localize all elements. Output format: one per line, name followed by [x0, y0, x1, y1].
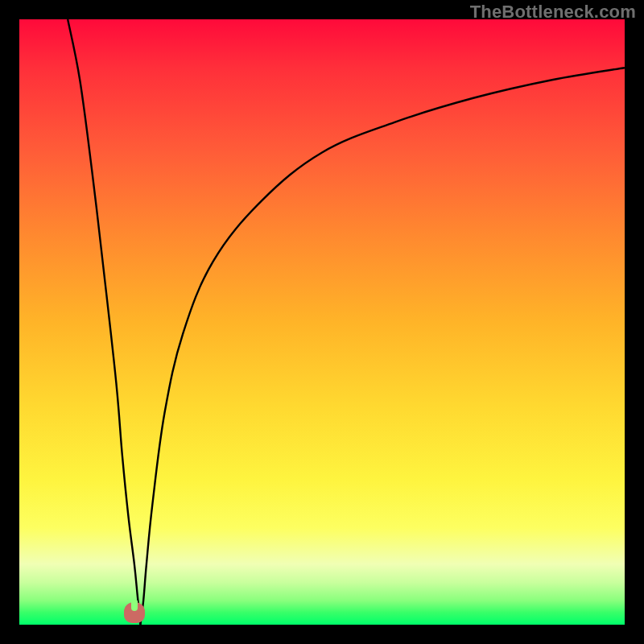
- curve-left-branch: [68, 19, 140, 625]
- curve-right-branch: [140, 68, 625, 625]
- optimal-point-marker: [124, 602, 145, 623]
- chart-area: [19, 19, 625, 625]
- bottleneck-curve: [19, 19, 625, 625]
